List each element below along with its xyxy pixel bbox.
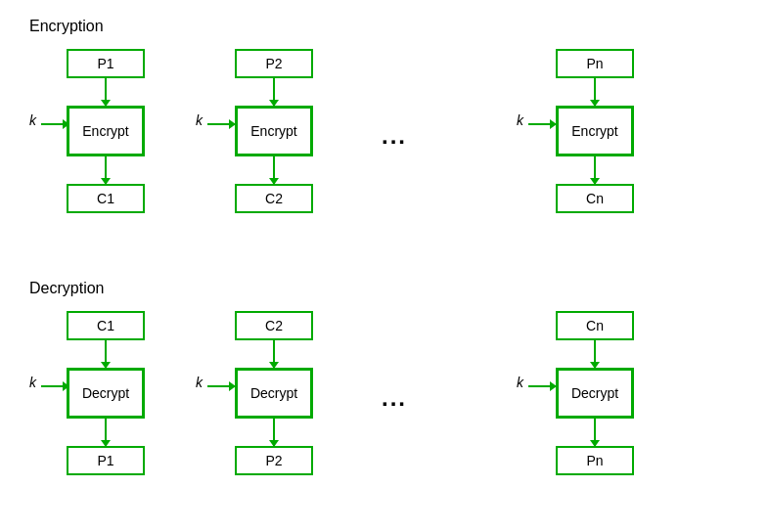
enc-col2-arrow2 bbox=[273, 156, 275, 184]
dec-col1-k-label: k bbox=[29, 375, 36, 390]
dec-col1-output-box: P1 bbox=[67, 446, 145, 475]
dec-coln-input-box: Cn bbox=[556, 311, 634, 340]
dec-coln-op-box: Decrypt bbox=[556, 368, 634, 419]
enc-col1-input-label: P1 bbox=[97, 56, 113, 71]
enc-coln-k-arrow bbox=[528, 123, 556, 125]
dec-col1-arrow2 bbox=[105, 419, 107, 446]
dec-col1-k-arrow bbox=[41, 385, 68, 387]
dec-coln-k-arrow bbox=[528, 385, 556, 387]
dec-col2-input-box: C2 bbox=[235, 311, 313, 340]
decryption-label: Decryption bbox=[29, 280, 104, 297]
enc-col1-arrow1 bbox=[105, 78, 107, 106]
enc-col1-k-arrow bbox=[41, 123, 68, 125]
enc-coln-k-label: k bbox=[517, 112, 523, 128]
dec-coln-op-label: Decrypt bbox=[571, 385, 618, 401]
dec-coln-arrow2 bbox=[594, 419, 596, 446]
enc-col2-arrow1 bbox=[273, 78, 275, 106]
dec-col2-output-label: P2 bbox=[265, 453, 282, 468]
dec-col1-op-box: Decrypt bbox=[67, 368, 145, 419]
dec-col1-output-label: P1 bbox=[97, 453, 113, 468]
enc-col1-op-label: Encrypt bbox=[82, 123, 128, 139]
dec-col2-input-label: C2 bbox=[265, 318, 283, 333]
dec-coln-output-box: Pn bbox=[556, 446, 634, 475]
dec-col1-arrow1 bbox=[105, 340, 107, 368]
enc-col1-k-label: k bbox=[29, 112, 36, 128]
dec-coln-arrow1 bbox=[594, 340, 596, 368]
enc-coln-arrow1 bbox=[594, 78, 596, 106]
dec-col1-op-label: Decrypt bbox=[82, 385, 129, 401]
encryption-label: Encryption bbox=[29, 18, 104, 35]
enc-col1-input-box: P1 bbox=[67, 49, 145, 78]
dec-col2-k-label: k bbox=[196, 375, 203, 390]
dec-col1-input-box: C1 bbox=[67, 311, 145, 340]
dec-col2-op-box: Decrypt bbox=[235, 368, 313, 419]
enc-col2-op-box: Encrypt bbox=[235, 106, 313, 156]
dec-coln-input-label: Cn bbox=[586, 318, 604, 333]
enc-coln-output-label: Cn bbox=[586, 191, 604, 206]
dec-coln-output-label: Pn bbox=[586, 453, 603, 468]
dec-dots: ... bbox=[382, 384, 407, 412]
dec-col2-k-arrow bbox=[207, 385, 235, 387]
enc-col1-op-box: Encrypt bbox=[67, 106, 145, 156]
dec-col1-input-label: C1 bbox=[97, 318, 114, 333]
enc-coln-op-label: Encrypt bbox=[571, 123, 617, 139]
enc-col2-input-label: P2 bbox=[265, 56, 282, 71]
enc-col1-arrow2 bbox=[105, 156, 107, 184]
dec-col2-arrow1 bbox=[273, 340, 275, 368]
enc-col1-output-label: C1 bbox=[97, 191, 114, 206]
enc-coln-arrow2 bbox=[594, 156, 596, 184]
enc-col2-op-label: Encrypt bbox=[250, 123, 296, 139]
enc-coln-output-box: Cn bbox=[556, 184, 634, 213]
dec-col2-output-box: P2 bbox=[235, 446, 313, 475]
dec-coln-k-label: k bbox=[517, 375, 523, 390]
enc-col2-output-label: C2 bbox=[265, 191, 283, 206]
enc-col2-output-box: C2 bbox=[235, 184, 313, 213]
dec-col2-op-label: Decrypt bbox=[250, 385, 297, 401]
enc-col2-k-arrow bbox=[207, 123, 235, 125]
enc-col2-k-label: k bbox=[196, 112, 203, 128]
dec-col2-arrow2 bbox=[273, 419, 275, 446]
enc-dots: ... bbox=[382, 122, 407, 150]
enc-coln-input-label: Pn bbox=[586, 56, 603, 71]
enc-coln-op-box: Encrypt bbox=[556, 106, 634, 156]
enc-coln-input-box: Pn bbox=[556, 49, 634, 78]
enc-col1-output-box: C1 bbox=[67, 184, 145, 213]
enc-col2-input-box: P2 bbox=[235, 49, 313, 78]
